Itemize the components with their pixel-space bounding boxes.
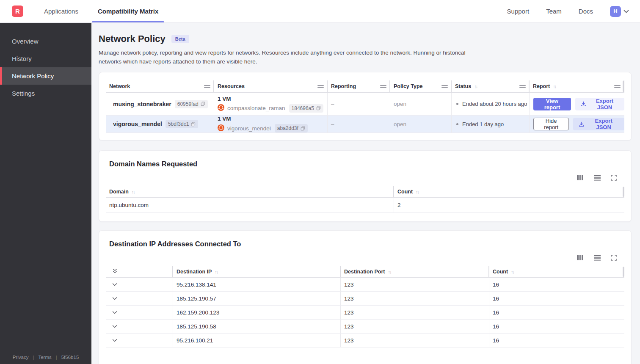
network-row-vigorous-mendel[interactable]: vigorous_mendel 5bdf3dc1 1 VM vigorous_m… xyxy=(106,116,624,133)
link-support[interactable]: Support xyxy=(507,8,530,15)
double-chevron-down-icon[interactable] xyxy=(112,268,118,275)
count-value: 16 xyxy=(489,278,624,291)
sort-icon[interactable]: ↑↓ xyxy=(215,269,218,274)
network-row-musing-stonebraker[interactable]: musing_stonebraker 60959fad 1 VM compass… xyxy=(106,93,624,116)
column-header-domain[interactable]: Domain ↑↓ xyxy=(106,186,394,197)
hide-report-button[interactable]: Hide report xyxy=(533,118,569,130)
expand-row-toggle[interactable] xyxy=(106,334,173,347)
column-resize-handle-icon[interactable] xyxy=(614,85,621,88)
link-docs[interactable]: Docs xyxy=(579,8,593,15)
tab-applications[interactable]: Applications xyxy=(38,0,84,22)
expand-row-toggle[interactable] xyxy=(106,292,173,305)
destination-row[interactable]: 162.159.200.123 123 16 xyxy=(106,306,624,320)
destination-row[interactable]: 185.125.190.58 123 16 xyxy=(106,320,624,334)
expand-row-toggle[interactable] xyxy=(106,306,173,319)
reporting-value: – xyxy=(328,116,390,132)
page-title: Network Policy xyxy=(99,33,166,44)
ubuntu-icon xyxy=(218,104,224,112)
destination-row[interactable]: 95.216.138.141 123 16 xyxy=(106,278,624,292)
column-header-count[interactable]: Count ↑↓ xyxy=(394,186,624,197)
count-value: 16 xyxy=(489,334,624,347)
sort-icon[interactable]: ↑↓ xyxy=(132,189,135,194)
sort-icon[interactable]: ↑↓ xyxy=(388,269,392,274)
sidebar-item-settings[interactable]: Settings xyxy=(0,85,91,102)
column-header-report[interactable]: Report ↑↓ xyxy=(530,80,624,92)
sidebar-nav: Overview History Network Policy Settings xyxy=(0,23,91,102)
copy-icon[interactable] xyxy=(201,102,205,106)
sort-icon[interactable]: ↑↓ xyxy=(416,189,419,194)
column-resize-handle-icon[interactable] xyxy=(519,85,526,88)
destinations-table-header: Destination IP ↑↓ Destination Port ↑↓ Co… xyxy=(106,266,624,278)
column-resize-handle-icon[interactable] xyxy=(441,85,448,88)
sidebar-item-history[interactable]: History xyxy=(0,50,91,67)
expand-all-rows[interactable] xyxy=(106,266,173,277)
sort-icon[interactable]: ↑↓ xyxy=(474,84,478,89)
destination-row[interactable]: 95.216.100.21 123 16 xyxy=(106,334,624,347)
columns-icon[interactable] xyxy=(577,175,584,181)
view-report-button[interactable]: View report xyxy=(533,98,571,110)
download-icon xyxy=(580,101,587,107)
status-dot xyxy=(456,103,458,105)
user-menu-chevron-down-icon[interactable] xyxy=(623,10,629,13)
tab-compatibility-matrix[interactable]: Compatibility Matrix xyxy=(92,0,164,22)
copy-icon[interactable] xyxy=(316,106,321,110)
destination-port-value: 123 xyxy=(341,320,489,333)
primary-nav: Applications Compatibility Matrix xyxy=(38,0,172,22)
page-description: Manage network policy, reporting and vie… xyxy=(99,48,471,66)
columns-icon[interactable] xyxy=(577,255,584,261)
row-density-icon[interactable] xyxy=(593,255,601,261)
expand-row-toggle[interactable] xyxy=(106,320,173,333)
user-avatar[interactable]: H xyxy=(610,6,621,17)
table-scrollbar-thumb[interactable] xyxy=(623,81,624,92)
sort-icon[interactable]: ↑↓ xyxy=(553,84,557,89)
network-id-badge: 60959fad xyxy=(175,100,208,108)
column-resize-handle-icon[interactable] xyxy=(380,85,386,88)
copy-icon[interactable] xyxy=(191,122,196,127)
column-header-reporting[interactable]: Reporting xyxy=(328,80,390,92)
fullscreen-icon[interactable] xyxy=(611,255,617,261)
sidebar-item-network-policy[interactable]: Network Policy xyxy=(0,67,91,85)
column-header-destination-port[interactable]: Destination Port ↑↓ xyxy=(341,266,489,277)
column-header-policy-type[interactable]: Policy Type xyxy=(390,80,452,92)
export-json-button[interactable]: Export JSON xyxy=(573,118,624,130)
privacy-link[interactable]: Privacy xyxy=(13,355,29,360)
column-header-status[interactable]: Status ↑↓ xyxy=(452,80,530,92)
column-resize-handle-icon[interactable] xyxy=(204,85,210,88)
download-icon xyxy=(578,121,585,127)
destination-ip-value: 185.125.190.58 xyxy=(173,320,341,333)
table-scrollbar-thumb[interactable] xyxy=(623,187,624,197)
topbar-right: Support Team Docs H xyxy=(490,6,629,17)
destination-port-value: 123 xyxy=(341,306,489,319)
build-version: 5f56b15 xyxy=(61,355,79,360)
networks-table-card: Network Resources Reporting Policy Type … xyxy=(99,72,632,141)
column-header-resources[interactable]: Resources xyxy=(214,80,328,92)
row-density-icon[interactable] xyxy=(593,175,601,181)
domains-toolbar xyxy=(106,174,624,182)
top-navbar: R Applications Compatibility Matrix Supp… xyxy=(0,0,640,23)
footer-divider: | xyxy=(33,355,34,360)
terms-link[interactable]: Terms xyxy=(38,355,51,360)
link-team[interactable]: Team xyxy=(546,8,562,15)
vm-count: 1 VM xyxy=(218,96,231,102)
resource-name: compassionate_raman xyxy=(227,105,285,111)
column-resize-handle-icon[interactable] xyxy=(317,85,324,88)
destination-ip-value: 162.159.200.123 xyxy=(173,306,341,319)
networks-table-header: Network Resources Reporting Policy Type … xyxy=(106,80,624,93)
column-header-count[interactable]: Count ↑↓ xyxy=(489,266,624,277)
table-scrollbar-thumb[interactable] xyxy=(623,267,624,277)
copy-icon[interactable] xyxy=(301,126,305,131)
column-header-network[interactable]: Network xyxy=(106,80,214,92)
destination-port-value: 123 xyxy=(341,278,489,291)
sort-icon[interactable]: ↑↓ xyxy=(511,269,515,274)
column-header-destination-ip[interactable]: Destination IP ↑↓ xyxy=(173,266,341,277)
beta-badge: Beta xyxy=(171,35,189,43)
domains-table-header: Domain ↑↓ Count ↑↓ xyxy=(106,186,624,198)
fullscreen-icon[interactable] xyxy=(611,175,617,181)
domain-row[interactable]: ntp.ubuntu.com 2 xyxy=(106,198,624,213)
destination-row[interactable]: 185.125.190.57 123 16 xyxy=(106,292,624,306)
count-value: 16 xyxy=(489,292,624,305)
export-json-button[interactable]: Export JSON xyxy=(575,98,624,110)
brand-logo[interactable]: R xyxy=(12,6,23,17)
sidebar-item-overview[interactable]: Overview xyxy=(0,33,91,50)
expand-row-toggle[interactable] xyxy=(106,278,173,291)
